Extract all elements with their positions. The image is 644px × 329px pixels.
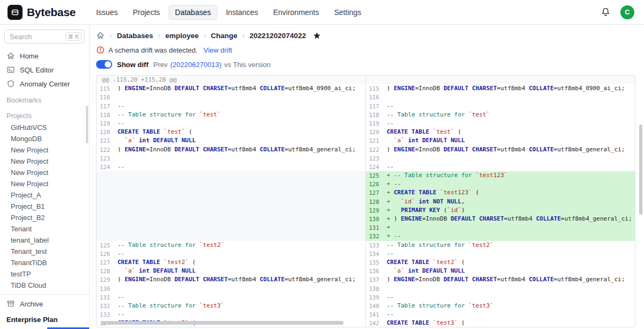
line-number: 130 [366, 215, 384, 223]
sidebar-item-archive[interactable]: Archive [0, 297, 89, 311]
line-number: 137 [366, 275, 384, 284]
alert-message: A schema drift was detected. [108, 46, 197, 54]
sidebar-project-new-project[interactable]: New Project [0, 156, 89, 167]
diff-line: 115) ENGINE=InnoDB DEFAULT CHARSET=utf8m… [366, 84, 635, 93]
nav-item-issues[interactable]: Issues [90, 5, 124, 20]
notifications-bell-icon[interactable] [601, 7, 611, 17]
diff-line: 123 [366, 154, 635, 163]
nav-item-databases[interactable]: Databases [169, 5, 217, 20]
sidebar-scrollbar[interactable] [86, 106, 88, 143]
line-number: 142 [366, 319, 384, 327]
line-number: 129 [97, 275, 114, 284]
diff-line: 133-- Table structure for `test2` [366, 241, 635, 250]
toggle-knob [105, 61, 111, 68]
breadcrumb-item[interactable]: 20221202074022 [250, 32, 306, 40]
sidebar-project-new-project[interactable]: New Project [0, 178, 89, 189]
search-input[interactable]: Search ⌘ K [4, 30, 85, 43]
sidebar-project-project-b2[interactable]: Project_B2 [0, 212, 89, 223]
code-content: + CREATE TABLE `test123` ( [384, 188, 635, 197]
sidebar-project-tenant-label[interactable]: tenant_label [0, 235, 89, 246]
diff-line: 118-- Table structure for `test` [97, 111, 365, 119]
diff-line: 118-- Table structure for `test` [366, 111, 635, 119]
page-vertical-scrollbar[interactable] [639, 125, 642, 215]
diff-line: 134-- [366, 250, 635, 258]
nav-item-environments[interactable]: Environments [267, 5, 326, 20]
sidebar-project-project-a[interactable]: Project_A [0, 189, 89, 201]
sidebar-project-mongodb[interactable]: MongoDB [0, 133, 89, 144]
line-number [97, 215, 114, 223]
line-number: 136 [366, 267, 384, 275]
bytebase-logo-icon[interactable] [8, 5, 23, 20]
code-content: + -- [384, 232, 635, 240]
terminal-icon [6, 65, 15, 74]
code-content [384, 93, 635, 101]
diff-line: 137) ENGINE=InnoDB DEFAULT CHARSET=utf8m… [366, 275, 635, 284]
breadcrumb-item[interactable]: Change [211, 32, 238, 40]
nav-item-settings[interactable]: Settings [328, 5, 368, 20]
line-number: 133 [366, 241, 384, 250]
sidebar-project-new-project[interactable]: New Project [0, 167, 89, 178]
sidebar-item-home[interactable]: Home [0, 49, 89, 63]
breadcrumb-item[interactable]: Databases [117, 32, 153, 40]
sidebar-project-tenant[interactable]: Tenant [0, 223, 89, 235]
schema-drift-alert: A schema drift was detected. View drift [96, 44, 635, 56]
code-content [384, 284, 635, 293]
code-content: -- [384, 250, 635, 258]
sidebar-project-tenant-test[interactable]: Tenant_test [0, 246, 89, 257]
diff-line: 141-- [366, 310, 635, 319]
prev-version-link[interactable]: (202206270013) [170, 61, 221, 69]
code-content: -- [114, 293, 365, 302]
sidebar-item-sql-editor[interactable]: SQL Editor [0, 63, 89, 77]
diff-hunk-header: @@ -115,20 +115,28 @@ [97, 76, 365, 84]
breadcrumb-items: ›Databases›employee›Change›2022120207402… [109, 31, 306, 40]
sidebar-project-githubvcs[interactable]: GitHubVCS [0, 122, 89, 133]
breadcrumb-separator: › [109, 31, 112, 40]
view-drift-link[interactable]: View drift [203, 46, 232, 54]
code-content: + PRIMARY KEY (`id`) [384, 206, 635, 215]
breadcrumb-separator: › [242, 31, 245, 40]
code-content [384, 154, 635, 163]
diff-horizontal-scrollbar[interactable] [101, 321, 343, 325]
line-number: 119 [97, 119, 114, 128]
diff-line: 131-- [97, 293, 365, 302]
user-avatar[interactable]: C [620, 5, 634, 19]
sidebar-project-tenanttidb[interactable]: TenantTiDB [0, 257, 89, 268]
code-content: -- Table structure for `test2` [384, 241, 635, 250]
code-content: -- Table structure for `test3` [114, 302, 365, 310]
sidebar-section-bookmarks[interactable]: Bookmarks [0, 93, 89, 106]
diff-line: 142CREATE TABLE `test3` ( [366, 319, 635, 327]
line-number: 128 [97, 267, 114, 275]
code-content [114, 154, 365, 163]
code-content: -- [114, 250, 365, 258]
line-number: 128 [366, 198, 384, 206]
line-number: 141 [366, 310, 384, 319]
diff-line: 125+ -- Table structure for `test123` [366, 171, 635, 180]
sidebar-project-new-project[interactable]: New Project [0, 144, 89, 156]
diff-line: 121 `a` int DEFAULT NULL [97, 136, 365, 145]
show-diff-toggle[interactable] [96, 60, 112, 69]
sidebar-section-projects[interactable]: Projects [0, 108, 89, 122]
main-content: ›Databases›employee›Change›2022120207402… [90, 25, 644, 329]
sidebar-project-tidb-cloud[interactable]: TiDB Cloud [0, 280, 89, 291]
diff-line: 126-- [97, 250, 365, 258]
breadcrumb-item[interactable]: employee [165, 32, 199, 40]
bytebase-app: Bytebase IssuesProjectsDatabasesInstance… [0, 0, 644, 329]
line-number: 129 [366, 206, 384, 215]
nav-item-projects[interactable]: Projects [126, 5, 166, 20]
sidebar-divider [0, 294, 89, 295]
breadcrumb-home-icon[interactable] [96, 31, 105, 40]
sidebar-item-anomaly-center[interactable]: Anomaly Center [0, 77, 89, 91]
diff-line: 116 [366, 93, 635, 101]
brand-title[interactable]: Bytebase [27, 6, 76, 19]
nav-item-instances[interactable]: Instances [219, 5, 265, 20]
line-number [97, 171, 114, 180]
sidebar-project-project-b1[interactable]: Project_B1 [0, 201, 89, 212]
line-number: 135 [366, 258, 384, 267]
main-nav: IssuesProjectsDatabasesInstancesEnvironm… [90, 5, 368, 20]
show-diff-label: Show diff [117, 61, 149, 69]
top-navbar: Bytebase IssuesProjectsDatabasesInstance… [0, 0, 644, 25]
line-number: 115 [366, 84, 384, 93]
line-number: 123 [366, 154, 384, 163]
sidebar-project-testtp[interactable]: testTP [0, 268, 89, 280]
bookmark-star-icon[interactable] [313, 32, 321, 40]
